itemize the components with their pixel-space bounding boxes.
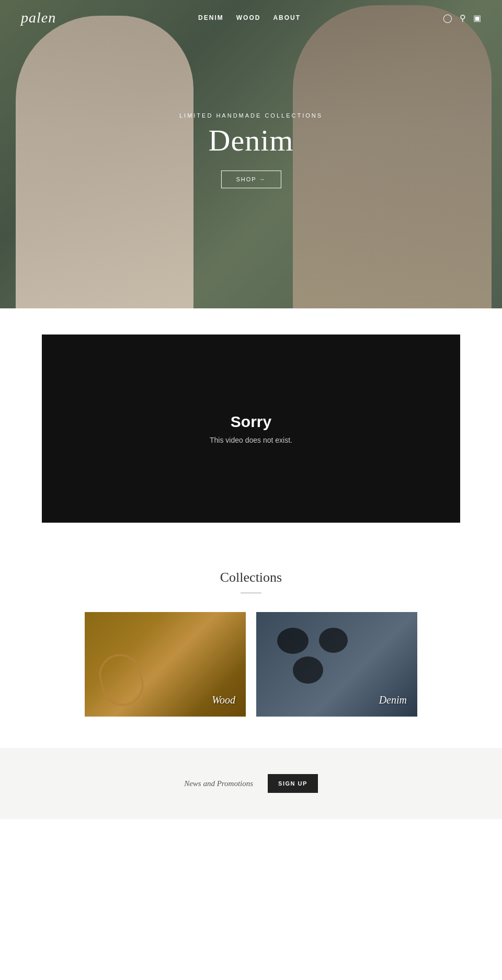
user-icon[interactable]: ◯ [443, 13, 452, 23]
video-sorry-title: Sorry [231, 413, 271, 431]
main-nav: palen DENIM WOOD ABOUT ◯ ⚲ ▣ [0, 0, 502, 36]
hero-person-left [16, 16, 193, 308]
email-form: News and Promotions SIGN UP [184, 774, 318, 793]
email-label: News and Promotions [184, 779, 253, 788]
hero-text: LIMITED HANDMADE COLLECTIONS Denim SHOP … [179, 112, 323, 188]
collection-card-wood[interactable]: Wood [85, 612, 246, 717]
hero-title: Denim [179, 123, 323, 158]
collections-grid: Wood Denim [42, 612, 460, 717]
hero-section: LIMITED HANDMADE COLLECTIONS Denim SHOP … [0, 0, 502, 308]
cart-icon[interactable]: ▣ [473, 13, 481, 23]
wood-label: Wood [212, 694, 235, 706]
nav-links: DENIM WOOD ABOUT [198, 14, 301, 21]
nav-link-about[interactable]: ABOUT [273, 14, 301, 21]
nav-link-wood[interactable]: WOOD [236, 14, 261, 21]
video-section: Sorry This video does not exist. [0, 308, 502, 549]
video-container: Sorry This video does not exist. [42, 335, 460, 523]
denim-label: Denim [379, 694, 407, 706]
collections-section: Collections Wood Denim [0, 549, 502, 748]
signup-button[interactable]: SIGN UP [268, 774, 318, 793]
denim-hole-3 [293, 656, 323, 684]
collections-divider [241, 593, 261, 593]
footer-section: News and Promotions SIGN UP [0, 748, 502, 819]
logo[interactable]: palen [21, 9, 56, 26]
collections-title: Collections [42, 570, 460, 585]
hero-subtitle: LIMITED HANDMADE COLLECTIONS [179, 112, 323, 119]
denim-hole-1 [277, 628, 309, 654]
nav-link-denim[interactable]: DENIM [198, 14, 224, 21]
collection-card-denim[interactable]: Denim [256, 612, 417, 717]
hero-shop-button[interactable]: SHOP → [221, 170, 281, 188]
video-sorry-message: This video does not exist. [210, 436, 292, 444]
nav-icons: ◯ ⚲ ▣ [443, 13, 481, 23]
search-icon[interactable]: ⚲ [460, 13, 466, 23]
denim-hole-2 [319, 628, 348, 653]
